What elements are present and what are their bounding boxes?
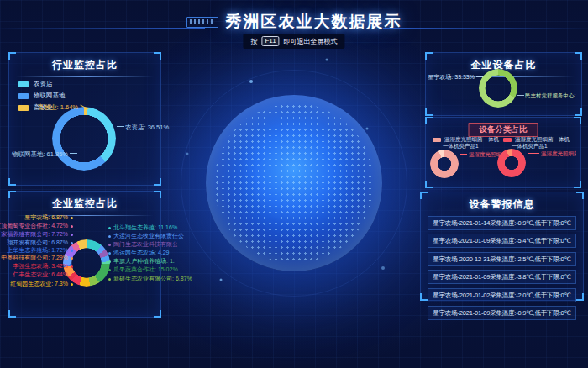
glow-dots xyxy=(0,0,2,2)
pie-label: 红顶葡萄专业合作社: 4.72% xyxy=(0,222,73,230)
pie-label: 民主村党群服务中心: xyxy=(525,92,575,100)
alarm-row: 星宇农场-2021-01-09采集温度:-3.8℃,低于下限:0℃ xyxy=(428,270,576,284)
legend-swatch xyxy=(503,138,512,142)
panel-title: 设备警报信息 xyxy=(421,197,583,212)
legend-swatch xyxy=(433,138,441,142)
panel-title: 企业监控占比 xyxy=(9,197,160,211)
alarm-row: 星宇农场-2020-12-31采集温度:-2.5℃,低于下限:0℃ xyxy=(428,252,576,266)
pie-label: 仁丰生态农业: 6.44% xyxy=(13,271,73,279)
legend-swatch xyxy=(18,105,29,111)
pie-label: 李强生态农场: 3.42% xyxy=(13,262,73,271)
panel-title: 设备分类占比 xyxy=(469,123,538,137)
hint-suffix: 即可退出全屏模式 xyxy=(284,37,338,46)
header-line-left xyxy=(0,28,205,29)
page-title: 秀洲区农业大数据展示 xyxy=(226,11,402,33)
alarm-row: 星宇农场-2021-01-09采集温度:-5.4℃,低于下限:0℃ xyxy=(428,234,576,248)
legend-swatch xyxy=(18,93,29,99)
header-line-right xyxy=(383,28,588,29)
alarm-row: 星宇农场-2021-01-02采集温度:-2.0℃,低于下限:0℃ xyxy=(428,288,576,302)
donut-chart-industry[interactable] xyxy=(52,107,116,171)
legend-label: 农资店 xyxy=(34,80,53,88)
legend-item[interactable]: 农资店 xyxy=(18,80,66,88)
panel-enterprise-monitoring: 企业监控占比 星宇农场: 6.87% 红顶葡萄专业合作社: 4.72% 家福养殖… xyxy=(8,191,161,318)
panel-device-classification: 设备分类占比 温湿度光照细菌一体机 一体机类产品1 温湿度光照细菌一体机 温湿度… xyxy=(425,117,581,188)
globe-visualization xyxy=(206,95,382,271)
pie-label: 新硕生态农业有限公司: 6.87% xyxy=(108,275,192,283)
pie-label: 星宇农场: 33.33% xyxy=(428,73,475,81)
f11-key: F11 xyxy=(261,36,279,46)
legend-item[interactable]: 物联网基地 xyxy=(18,92,66,100)
pie-label: 农资店: 36.51% xyxy=(125,124,169,132)
pie-label: 陶门生态农业科技有限公 xyxy=(108,240,178,249)
pie-label: 鸿运园生态农场: 4.29 xyxy=(108,249,170,257)
leader-line xyxy=(117,126,124,127)
pie-label: 星宇农场: 6.87% xyxy=(24,213,73,222)
alarm-list: 星宇农场-2021-01-14采集温度:-0.9℃,低于下限:0℃ 星宇农场-2… xyxy=(421,216,583,321)
leader-line xyxy=(476,76,483,77)
pie-label: 红甸园生态农业: 7.3% xyxy=(10,280,73,288)
leader-line xyxy=(528,153,539,154)
pie-label: 中奥科技有限公司: 7.29% xyxy=(1,254,73,262)
donut-chart-equipment[interactable] xyxy=(479,69,517,108)
panel-industry-monitoring: 行业监控占比 农资店 物联网基地 畜牧业 畜牧业: 1.64% 农资店: 36.… xyxy=(8,52,161,186)
fullscreen-hint: 按 F11 即可退出全屏模式 xyxy=(243,34,344,49)
alarm-row: 星宇农场-2021-01-14采集温度:-0.9℃,低于下限:0℃ xyxy=(428,216,576,230)
pie-label: 丰源大户种植养殖场: 1. xyxy=(108,257,175,265)
legend-swatch xyxy=(18,81,29,87)
panel-equipment-ratio: 企业设备占比 星宇农场: 33.33% 民主村党群服务中心: xyxy=(425,52,582,116)
donut-chart-class-left[interactable] xyxy=(430,150,459,178)
leader-line xyxy=(460,154,467,155)
leader-line xyxy=(517,95,524,96)
pie-label: 物联网基地: 61.85% xyxy=(12,150,68,159)
header: 秀洲区农业大数据展示 xyxy=(0,11,588,33)
brand-logo xyxy=(186,17,218,28)
pie-label: 畜牧业: 1.64% xyxy=(38,103,78,112)
legend-label: 物联网基地 xyxy=(34,92,66,100)
panel-divider xyxy=(16,76,154,77)
donut-chart-class-right[interactable] xyxy=(497,149,526,177)
panel-title: 行业监控占比 xyxy=(9,58,160,72)
hint-prefix: 按 xyxy=(250,37,257,46)
panel-device-alarms: 设备警报信息 星宇农场-2021-01-14采集温度:-0.9℃,低于下限:0℃… xyxy=(420,192,584,301)
pie-label: 北斗翔生态养殖: 11.16% xyxy=(108,223,177,232)
alarm-row: 星宇农场-2021-01-09采集温度:-0.9℃,低于下限:0℃ xyxy=(428,306,576,320)
pie-label: 大运河生态牧业有限责任公 xyxy=(108,232,184,240)
leader-line xyxy=(70,153,77,154)
pie-label: 瓜果蔬菜合作社: 15.02% xyxy=(108,265,178,274)
pie-label: 温湿度光照细菌一体机 xyxy=(541,150,576,158)
pie-label: 家福养殖有限公司: 7.72% xyxy=(1,230,73,239)
